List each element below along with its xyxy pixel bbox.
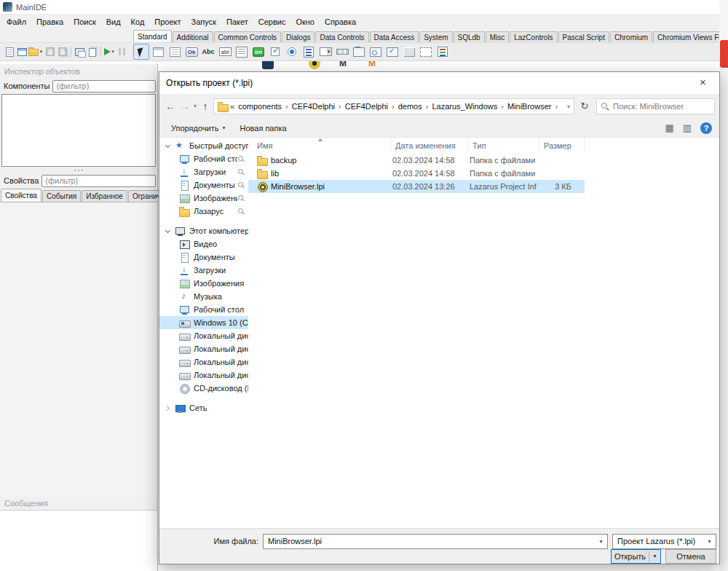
- open-button[interactable]: [28, 44, 44, 59]
- tcombobox-component[interactable]: [317, 44, 333, 60]
- palette-tab[interactable]: Standard: [133, 30, 172, 42]
- menu-item[interactable]: Пакет: [221, 16, 253, 28]
- help-icon[interactable]: [700, 122, 712, 134]
- back-icon[interactable]: [164, 99, 177, 114]
- save-button[interactable]: [44, 44, 56, 59]
- dialog-titlebar[interactable]: Открыть проект (*.lpi): [159, 72, 719, 94]
- chevron-down-icon[interactable]: [595, 535, 607, 548]
- palette-tab[interactable]: LazControls: [510, 31, 557, 42]
- close-icon[interactable]: [687, 72, 719, 93]
- view-units-button[interactable]: [86, 44, 98, 59]
- column-header[interactable]: Дата изменения: [391, 138, 468, 152]
- tree-expander-icon[interactable]: [164, 404, 173, 412]
- messages-panel-body[interactable]: [0, 510, 157, 571]
- sidebar-item[interactable]: Локальный диск (D: [159, 329, 248, 342]
- menu-item[interactable]: Файл: [1, 16, 31, 28]
- cancel-button[interactable]: Отмена: [665, 549, 716, 564]
- breadcrumb-item[interactable]: Lazarus_Windows: [430, 102, 506, 111]
- forward-icon[interactable]: [178, 99, 191, 114]
- sidebar-item[interactable]: Локальный диск (E: [159, 342, 248, 355]
- palette-tab[interactable]: Additional: [173, 31, 213, 42]
- filename-combobox[interactable]: MiniBrowser.lpi: [263, 534, 608, 549]
- palette-tab[interactable]: Pascal Script: [558, 31, 609, 42]
- tree-expander-icon[interactable]: [164, 227, 173, 235]
- sidebar-item[interactable]: Лазарус: [159, 205, 248, 218]
- sidebar-item[interactable]: Рабочий стол: [159, 303, 248, 316]
- up-icon[interactable]: [199, 99, 211, 114]
- tmemo-component[interactable]: [234, 44, 250, 60]
- menu-item[interactable]: Правка: [31, 16, 68, 28]
- sidebar-item[interactable]: Видео: [159, 237, 248, 251]
- tlabel-component[interactable]: Abc: [200, 44, 216, 60]
- menu-item[interactable]: Справка: [320, 16, 361, 28]
- components-filter-input[interactable]: [52, 80, 156, 92]
- inspector-tab[interactable]: Избранное: [82, 190, 127, 202]
- new-folder-button[interactable]: Новая папка: [234, 122, 292, 135]
- breadcrumb-item[interactable]: CEF4Delphi: [344, 102, 397, 111]
- tree-expander-icon[interactable]: [164, 142, 173, 150]
- toolbar-button[interactable]: [71, 47, 71, 58]
- tradiobutton-component[interactable]: [284, 44, 300, 60]
- tcheckgroup-component[interactable]: [384, 44, 400, 60]
- run-button[interactable]: [103, 44, 116, 59]
- open-button[interactable]: Открыть: [611, 549, 661, 564]
- palette-tab[interactable]: Common Controls: [214, 31, 282, 42]
- tactionlist-component[interactable]: [435, 44, 451, 60]
- palette-tab[interactable]: Chromium: [610, 31, 652, 42]
- palette-tab[interactable]: SQLdb: [454, 31, 485, 42]
- pause-button[interactable]: [116, 44, 128, 59]
- chevron-down-icon[interactable]: [703, 535, 716, 548]
- tscrollbar-component[interactable]: [334, 44, 350, 60]
- toolbar-button[interactable]: [100, 47, 101, 58]
- column-header[interactable]: Размер: [539, 138, 585, 152]
- sidebar-item[interactable]: Загрузки: [159, 264, 248, 277]
- sidebar-item[interactable]: Рабочий стол: [159, 152, 248, 165]
- palette-tab[interactable]: Chromium Views Framework: [653, 31, 719, 42]
- file-row[interactable]: lib 02.03.2024 14:58 Папка с файлами: [248, 167, 585, 180]
- tpopupmenu-component[interactable]: [167, 44, 183, 60]
- sidebar-item[interactable]: Изображения: [159, 192, 248, 205]
- breadcrumb-item[interactable]: demos: [397, 102, 431, 111]
- cursor-tool[interactable]: [133, 44, 149, 60]
- breadcrumb[interactable]: « components CEF4Delphi CEF4Delphi demos: [213, 98, 574, 114]
- properties-filter-input[interactable]: [41, 175, 156, 187]
- file-row[interactable]: backup 02.03.2024 14:58 Папка с файлами: [248, 154, 585, 167]
- sidebar-item[interactable]: Локальный диск (H: [159, 369, 248, 382]
- palette-tab[interactable]: Data Access: [370, 31, 419, 42]
- palette-tab[interactable]: Data Controls: [315, 31, 368, 42]
- menu-item[interactable]: Вид: [101, 16, 126, 28]
- sidebar-item[interactable]: Этот компьютер: [159, 224, 248, 237]
- breadcrumb-overflow[interactable]: «: [230, 102, 234, 111]
- menu-item[interactable]: Сервис: [253, 16, 291, 28]
- sidebar-item[interactable]: Документы: [159, 251, 248, 264]
- save-all-button[interactable]: [56, 44, 68, 59]
- breadcrumb-item[interactable]: CEF4Delphi: [290, 102, 344, 111]
- sidebar-item[interactable]: Локальный диск (G: [159, 355, 248, 369]
- tcheckbox-component[interactable]: [267, 44, 283, 60]
- toggle-form-unit-button[interactable]: [74, 44, 86, 59]
- tmainmenu-component[interactable]: [150, 44, 166, 60]
- tedit-component[interactable]: abI: [217, 44, 233, 60]
- tlistbox-component[interactable]: [301, 44, 317, 60]
- components-tree[interactable]: [1, 94, 156, 167]
- menu-item[interactable]: Код: [126, 16, 150, 28]
- filetype-combobox[interactable]: Проект Lazarus (*.lpi): [612, 534, 716, 549]
- inspector-tab[interactable]: Свойства: [1, 189, 41, 202]
- sidebar-item[interactable]: Музыка: [159, 290, 248, 303]
- breadcrumb-item[interactable]: components: [237, 102, 290, 111]
- refresh-icon[interactable]: [578, 99, 591, 114]
- search-box[interactable]: Поиск: MiniBrowser: [596, 98, 715, 114]
- sidebar-item[interactable]: Быстрый доступ: [159, 139, 248, 152]
- sidebar-item[interactable]: Сеть: [159, 401, 248, 414]
- grid-view-icon[interactable]: [665, 122, 673, 134]
- sidebar-item[interactable]: Windows 10 (C:): [159, 316, 248, 329]
- breadcrumb-dropdown-icon[interactable]: [567, 103, 570, 110]
- new-form-button[interactable]: [16, 44, 28, 59]
- sidebar-item[interactable]: Изображения: [159, 277, 248, 290]
- tframe-component[interactable]: [418, 44, 434, 60]
- tbutton-component[interactable]: Ok: [183, 44, 199, 60]
- organize-button[interactable]: Упорядочить: [165, 122, 231, 135]
- palette-tab[interactable]: Misc: [486, 31, 510, 42]
- sidebar-item[interactable]: Загрузки: [159, 165, 248, 178]
- inspector-tab[interactable]: События: [42, 190, 81, 202]
